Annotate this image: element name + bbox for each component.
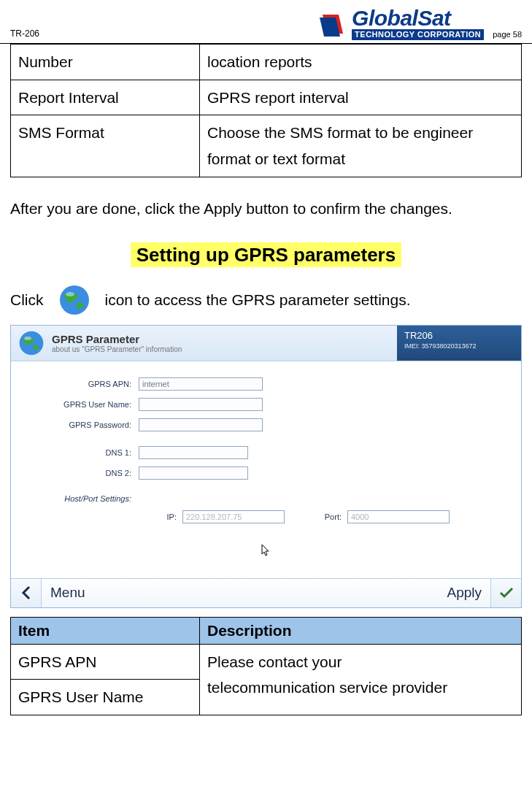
port-label: Port:	[307, 512, 347, 521]
pass-input[interactable]	[139, 418, 263, 431]
panel-title: GPRS Parameter	[52, 333, 182, 345]
table-header-row: Item Description	[11, 617, 522, 644]
section-title: Setting up GPRS parameters	[0, 244, 532, 266]
gprs-form: GPRS APN: GPRS User Name: GPRS Password:…	[11, 361, 521, 578]
cursor-icon	[26, 544, 506, 559]
device-imei: IMEI: 357938020313672	[404, 342, 514, 350]
body-paragraph: After you are done, click the Apply butt…	[10, 195, 522, 223]
device-name: TR206	[404, 330, 514, 341]
page-number: page 58	[493, 30, 522, 40]
host-label: Host/Port Settings:	[26, 494, 139, 503]
click-instruction: Click icon to access the GPRS parameter …	[10, 283, 522, 318]
click-pre: Click	[10, 291, 44, 309]
svg-point-3	[24, 337, 31, 340]
panel-footer: Menu Apply	[11, 578, 521, 607]
cell-report-interval-desc: GPRS report interval	[200, 80, 522, 115]
gprs-panel: GPRS Parameter about us "GPRS Parameter"…	[10, 325, 522, 608]
dns2-label: DNS 2:	[26, 469, 139, 477]
ip-label: IP:	[139, 512, 182, 521]
page-header: TR-206 GlobalSat TECHNOLOGY CORPORATION …	[0, 0, 532, 44]
table-row: Report Interval GPRS report interval	[11, 80, 522, 115]
user-input[interactable]	[139, 398, 263, 411]
panel-subtitle: about us "GPRS Parameter" information	[52, 345, 182, 353]
back-button[interactable]	[11, 579, 42, 607]
apply-button[interactable]: Apply	[447, 585, 482, 601]
brand-subtitle: TECHNOLOGY CORPORATION	[352, 29, 484, 40]
brand-name: GlobalSat	[352, 7, 484, 29]
ip-input[interactable]	[182, 510, 285, 523]
apn-input[interactable]	[139, 377, 263, 391]
panel-header: GPRS Parameter about us "GPRS Parameter"…	[11, 326, 521, 361]
doc-id: TR-206	[10, 28, 39, 40]
table-row: SMS Format Choose the SMS format to be e…	[11, 115, 522, 177]
user-label: GPRS User Name:	[26, 400, 139, 409]
dns2-input[interactable]	[139, 466, 248, 480]
click-post: icon to access the GPRS parameter settin…	[105, 291, 411, 309]
cell-number: Number	[11, 45, 200, 80]
pass-label: GPRS Password:	[26, 420, 139, 429]
cell-gprs-user: GPRS User Name	[11, 680, 200, 715]
globe-icon	[57, 283, 92, 318]
description-table: Item Description GPRS APN Please contact…	[10, 617, 522, 715]
header-description: Description	[200, 617, 522, 644]
brand-logo: GlobalSat TECHNOLOGY CORPORATION	[318, 7, 484, 40]
dns1-input[interactable]	[139, 446, 248, 459]
table-row: GPRS APN Please contact your telecommuni…	[11, 644, 522, 680]
device-info: TR206 IMEI: 357938020313672	[397, 326, 521, 361]
cell-number-desc: location reports	[200, 45, 522, 80]
header-item: Item	[11, 617, 200, 644]
menu-button[interactable]: Menu	[50, 585, 85, 601]
svg-point-1	[66, 292, 74, 296]
dns1-label: DNS 1:	[26, 448, 139, 457]
top-table: Number location reports Report Interval …	[10, 44, 522, 177]
port-input[interactable]	[347, 510, 450, 523]
apn-label: GPRS APN:	[26, 380, 139, 388]
cell-gprs-desc: Please contact your telecommunication se…	[200, 644, 522, 715]
table-row: Number location reports	[11, 45, 522, 80]
section-title-text: Setting up GPRS parameters	[131, 242, 401, 267]
cell-sms-format-desc: Choose the SMS format to be engineer for…	[200, 115, 522, 177]
cell-report-interval: Report Interval	[11, 80, 200, 115]
cell-sms-format: SMS Format	[11, 115, 200, 177]
cell-gprs-apn: GPRS APN	[11, 644, 200, 680]
confirm-button[interactable]	[490, 579, 521, 607]
globe-icon	[18, 330, 45, 356]
logo-icon	[318, 12, 347, 37]
